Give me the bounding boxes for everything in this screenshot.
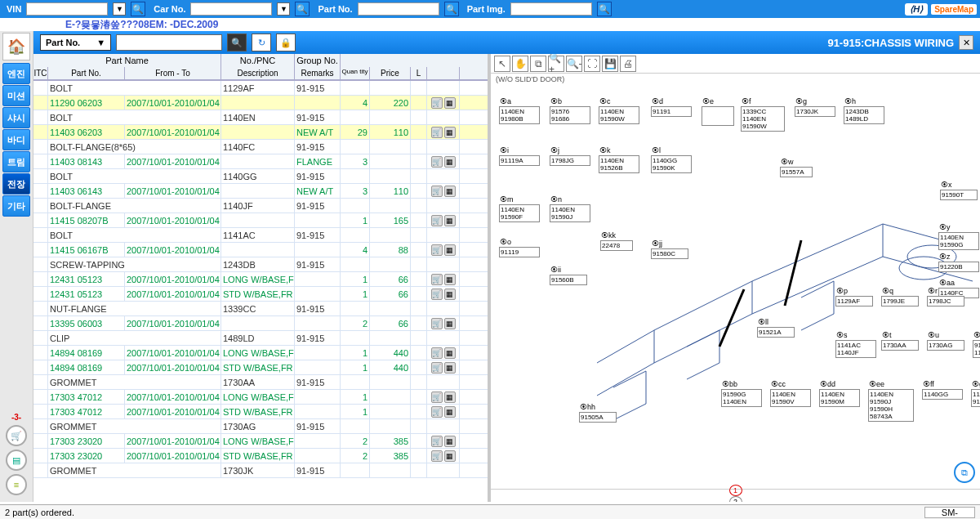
part-header-row[interactable]: NUT-FLANGE1339CC91-915: [33, 302, 488, 316]
carno-input[interactable]: [190, 2, 272, 16]
row-cart-icon[interactable]: 🛒: [431, 97, 443, 109]
callout-l[interactable]: ⦿l1140GG91590K: [651, 155, 692, 173]
vin-search-icon[interactable]: 🔍: [131, 2, 145, 16]
nav-item-4[interactable]: 트림: [2, 151, 30, 172]
callout-p[interactable]: ⦿p1129AF: [835, 296, 873, 306]
callout-j[interactable]: ⦿j1798JG: [550, 155, 590, 166]
nav-item-6[interactable]: 기타: [2, 195, 30, 217]
callout-x[interactable]: ⦿x91590T: [940, 190, 978, 200]
row-info-icon[interactable]: ▦: [444, 244, 456, 256]
callout-z[interactable]: ⦿z91220B: [938, 262, 979, 272]
part-header-row[interactable]: CLIP1489LD91-915: [33, 331, 488, 346]
part-header-row[interactable]: BOLT1129AF91-915: [33, 81, 488, 96]
col-remarks[interactable]: Remarks: [295, 67, 341, 79]
callout-ff[interactable]: ⦿ff1140GG: [922, 389, 963, 400]
row-cart-icon[interactable]: 🛒: [431, 406, 443, 418]
row-info-icon[interactable]: ▦: [444, 186, 456, 197]
diagram-image[interactable]: ⦿a1140EN91980B⦿b9157691686⦿c1140EN91590W…: [491, 85, 980, 489]
row-info-icon[interactable]: ▦: [444, 391, 456, 403]
row-cart-icon[interactable]: 🛒: [431, 156, 443, 168]
callout-cc[interactable]: ⦿cc1140EN91590V: [770, 389, 811, 407]
col-partno[interactable]: Part No.: [48, 67, 125, 79]
callout-w[interactable]: ⦿w91557A: [780, 167, 813, 177]
zoom-region-icon[interactable]: ⧉: [530, 56, 546, 72]
callout-r[interactable]: ⦿r1798JC: [927, 296, 964, 306]
callout-m[interactable]: ⦿m1140EN91590F: [499, 204, 540, 222]
part-header-row[interactable]: BOLT1140EN91-915: [33, 110, 488, 125]
callout-ii[interactable]: ⦿ii91560B: [550, 275, 587, 285]
partimg-search-icon[interactable]: 🔍: [597, 2, 612, 16]
part-detail-row[interactable]: 17303 470122007/10/01-2010/01/04LONG W/B…: [33, 390, 488, 405]
col-price[interactable]: Price: [370, 67, 411, 79]
partno-input[interactable]: [358, 2, 439, 16]
row-info-icon[interactable]: ▦: [444, 450, 456, 462]
row-cart-icon[interactable]: 🛒: [431, 274, 443, 285]
carno-dropdown[interactable]: ▼: [277, 2, 290, 16]
nav-item-3[interactable]: 바디: [2, 129, 30, 150]
vin-dropdown[interactable]: ▼: [113, 2, 126, 16]
pan-tool-icon[interactable]: ✋: [512, 56, 528, 72]
callout-gg[interactable]: ⦿gg1140FC91523: [971, 389, 980, 407]
row-info-icon[interactable]: ▦: [444, 215, 456, 226]
row-info-icon[interactable]: ▦: [444, 289, 456, 300]
save-icon[interactable]: 💾: [602, 56, 618, 72]
partimg-input[interactable]: [510, 2, 592, 16]
part-detail-row[interactable]: 17303 470122007/10/01-2010/01/04STD W/BA…: [33, 405, 488, 419]
toolbar-refresh-button[interactable]: ↻: [252, 34, 271, 51]
callout-v[interactable]: ⦿v91590F1140EN: [973, 340, 980, 358]
row-cart-icon[interactable]: 🛒: [431, 436, 443, 447]
row-cart-icon[interactable]: 🛒: [431, 127, 443, 138]
nav-item-1[interactable]: 미션: [2, 85, 30, 106]
part-header-row[interactable]: BOLT-FLANGE1140JF91-915: [33, 199, 488, 213]
callout-i[interactable]: ⦿i91119A: [499, 155, 540, 166]
part-detail-row[interactable]: 13395 060032007/10/01-2010/01/04266🛒▦: [33, 316, 488, 331]
callout-kk[interactable]: ⦿kk22478: [600, 240, 633, 251]
teamviewer-button[interactable]: ⧉: [954, 462, 975, 483]
nav-item-0[interactable]: 엔진: [2, 63, 30, 84]
part-header-row[interactable]: GROMMET1730JK91-915: [33, 463, 488, 478]
callout-s[interactable]: ⦿s1141AC1140JF: [835, 340, 876, 358]
part-detail-row[interactable]: 11290 062032007/10/01-2010/01/044220🛒▦: [33, 96, 488, 110]
toolbar-search-input[interactable]: [116, 34, 222, 51]
zoom-out-icon[interactable]: 🔍-: [566, 56, 582, 72]
callout-g[interactable]: ⦿g1730JK: [795, 106, 835, 117]
part-detail-row[interactable]: 11403 061432007/10/01-2010/01/04NEW A/T3…: [33, 184, 488, 199]
callout-q[interactable]: ⦿q1799JE: [881, 296, 919, 306]
page-2[interactable]: 2: [729, 496, 742, 503]
row-info-icon[interactable]: ▦: [444, 362, 456, 374]
toolbar-search-button[interactable]: 🔍: [227, 34, 247, 51]
callout-dd[interactable]: ⦿dd1140EN91590M: [819, 389, 860, 407]
row-cart-icon[interactable]: 🛒: [431, 289, 443, 300]
callout-a[interactable]: ⦿a1140EN91980B: [499, 106, 540, 124]
callout-c[interactable]: ⦿c1140EN91590W: [599, 106, 639, 124]
callout-hh[interactable]: ⦿hh91505A: [579, 412, 617, 423]
callout-ll[interactable]: ⦿ll91521A: [757, 327, 795, 338]
callout-e[interactable]: ⦿e: [702, 106, 734, 126]
row-info-icon[interactable]: ▦: [444, 156, 456, 168]
callout-ee[interactable]: ⦿ee1140EN91590J91590H58743A: [868, 389, 914, 422]
history-button[interactable]: ≡: [6, 474, 27, 495]
part-detail-row[interactable]: 14894 081692007/10/01-2010/01/04STD W/BA…: [33, 360, 488, 375]
part-header-row[interactable]: BOLT-FLANGE(8*65)1140FC91-915: [33, 140, 488, 154]
callout-b[interactable]: ⦿b9157691686: [550, 106, 590, 124]
callout-k[interactable]: ⦿k1140EN91526B: [599, 155, 639, 173]
row-info-icon[interactable]: ▦: [444, 127, 456, 138]
col-itc[interactable]: ITC: [33, 67, 48, 79]
row-info-icon[interactable]: ▦: [444, 97, 456, 109]
part-detail-row[interactable]: 12431 051232007/10/01-2010/01/04STD W/BA…: [33, 287, 488, 302]
cart-button[interactable]: 🛒: [6, 425, 27, 446]
vin-input[interactable]: [26, 2, 108, 16]
part-detail-row[interactable]: 11415 06167B2007/10/01-2010/01/04488🛒▦: [33, 243, 488, 257]
part-header-row[interactable]: SCREW-TAPPING1243DB91-915: [33, 257, 488, 272]
pointer-tool-icon[interactable]: ↖: [494, 56, 510, 72]
part-detail-row[interactable]: 12431 051232007/10/01-2010/01/04LONG W/B…: [33, 272, 488, 287]
callout-bb[interactable]: ⦿bb91590G1140EN: [721, 389, 762, 407]
toolbar-close-button[interactable]: ✕: [959, 35, 973, 50]
row-cart-icon[interactable]: 🛒: [431, 347, 443, 359]
nav-item-5[interactable]: 전장: [2, 173, 30, 195]
part-detail-row[interactable]: 11415 08207B2007/10/01-2010/01/041165🛒▦: [33, 213, 488, 228]
callout-h[interactable]: ⦿h1243DB1489LD: [844, 106, 884, 124]
col-l[interactable]: L: [411, 67, 427, 79]
carno-search-icon[interactable]: 🔍: [295, 2, 310, 16]
part-header-row[interactable]: GROMMET1730AG91-915: [33, 419, 488, 434]
